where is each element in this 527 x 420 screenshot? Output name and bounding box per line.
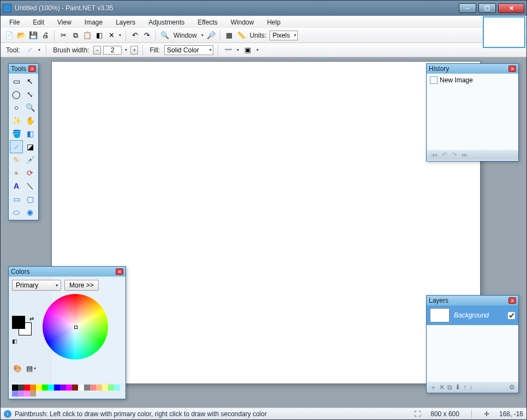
palette-swatch[interactable]: [30, 391, 36, 397]
cut-icon[interactable]: ✂: [58, 30, 69, 41]
palette-swatch[interactable]: [90, 385, 96, 391]
undo-icon[interactable]: ↶: [129, 30, 140, 41]
history-item[interactable]: New Image: [429, 76, 516, 85]
palette-swatch[interactable]: [96, 385, 102, 391]
swap-colors-icon[interactable]: ⇄: [29, 316, 34, 322]
history-redo-icon[interactable]: ↷: [452, 151, 457, 159]
reset-colors-icon[interactable]: ◧: [12, 338, 17, 344]
palette-swatch[interactable]: [102, 385, 108, 391]
maximize-button[interactable]: ☐: [478, 3, 496, 13]
brush-decrease-button[interactable]: −: [93, 46, 101, 55]
minimize-button[interactable]: ─: [459, 3, 476, 13]
menu-window[interactable]: Window: [225, 17, 260, 27]
grid-icon[interactable]: ▦: [224, 30, 235, 41]
brush-width-dropdown[interactable]: ▾: [124, 47, 128, 52]
palette-swatch[interactable]: [72, 385, 78, 391]
tools-panel-title[interactable]: Tools ✕: [9, 64, 38, 74]
zoom-tool[interactable]: 🔍: [23, 101, 37, 114]
palette-menu-icon[interactable]: ▤▾: [26, 363, 37, 374]
move-up-icon[interactable]: ↑: [463, 383, 466, 391]
active-tool-icon[interactable]: ⟋: [24, 45, 35, 56]
units-combo[interactable]: Pixels: [270, 31, 298, 40]
lasso-tool[interactable]: ◯: [10, 88, 23, 101]
tools-close-icon[interactable]: ✕: [28, 65, 36, 72]
palette-swatch[interactable]: [48, 385, 54, 391]
text-tool[interactable]: A: [10, 179, 23, 193]
layers-panel-title[interactable]: Layers ✕: [427, 296, 518, 305]
delete-layer-icon[interactable]: ✕: [439, 383, 445, 391]
palette-swatch[interactable]: [24, 385, 30, 391]
palette-swatch[interactable]: [24, 391, 30, 397]
color-selector-combo[interactable]: Primary: [12, 280, 61, 291]
palette-swatch[interactable]: [114, 385, 120, 391]
titlebar[interactable]: Untitled (100%) - Paint.NET v3.35 ─ ☐ ✕: [1, 1, 526, 16]
move-select-tool[interactable]: ↖: [23, 75, 37, 88]
new-icon[interactable]: 📄: [4, 30, 15, 41]
blend-dropdown[interactable]: ▾: [255, 47, 260, 52]
history-undo-icon[interactable]: ↶: [442, 151, 447, 159]
zoom-icon[interactable]: 🔍: [159, 30, 170, 41]
paste-icon[interactable]: 📋: [82, 30, 93, 41]
add-layer-icon[interactable]: ＋: [430, 383, 436, 392]
palette-swatch[interactable]: [60, 385, 66, 391]
redo-icon[interactable]: ↷: [141, 30, 152, 41]
wheel-cursor[interactable]: [74, 326, 77, 329]
primary-color[interactable]: [12, 316, 25, 329]
menu-view[interactable]: View: [52, 17, 77, 27]
history-panel-title[interactable]: History ✕: [427, 64, 518, 74]
save-icon[interactable]: 💾: [28, 30, 39, 41]
menu-adjustments[interactable]: Adjustments: [143, 17, 190, 27]
ellipse-select-tool[interactable]: ○: [10, 101, 23, 114]
palette-swatch[interactable]: [42, 385, 48, 391]
menu-image[interactable]: Image: [79, 17, 108, 27]
palette-swatch[interactable]: [66, 385, 72, 391]
colors-panel-title[interactable]: Colors ✕: [9, 267, 125, 277]
rounded-rect-tool[interactable]: ▢: [23, 193, 37, 206]
eraser-tool[interactable]: ◪: [23, 140, 37, 153]
crop-icon[interactable]: ◧: [94, 30, 105, 41]
palette-swatch[interactable]: [108, 385, 114, 391]
duplicate-layer-icon[interactable]: ⧉: [447, 383, 452, 391]
colors-close-icon[interactable]: ✕: [116, 268, 123, 275]
deselect-dropdown[interactable]: ▾: [118, 33, 122, 38]
paint-bucket-tool[interactable]: 🪣: [10, 127, 23, 140]
colors-panel[interactable]: Colors ✕ Primary More >> ⇄ ◧ 🎨: [8, 266, 126, 399]
palette-swatch[interactable]: [84, 385, 90, 391]
palette-swatch[interactable]: [18, 385, 24, 391]
line-tool[interactable]: ＼: [23, 179, 37, 193]
print-icon[interactable]: 🖨: [40, 30, 51, 41]
menu-edit[interactable]: Edit: [27, 17, 50, 27]
rect-select-tool[interactable]: ▭: [10, 75, 23, 88]
brush-increase-button[interactable]: +: [130, 46, 138, 55]
palette-swatch[interactable]: [78, 385, 84, 391]
zoom-dropdown[interactable]: ▾: [200, 33, 205, 38]
more-colors-button[interactable]: More >>: [64, 280, 99, 291]
layers-close-icon[interactable]: ✕: [508, 297, 516, 304]
layers-list[interactable]: Background: [427, 305, 518, 382]
layer-properties-icon[interactable]: ⚙: [509, 383, 515, 391]
menu-help[interactable]: Help: [261, 17, 286, 27]
palette-swatch[interactable]: [54, 385, 60, 391]
ruler-icon[interactable]: 📏: [236, 30, 247, 41]
recolor-tool[interactable]: ⟳: [23, 166, 37, 179]
freeform-tool[interactable]: ◉: [23, 206, 37, 219]
history-close-icon[interactable]: ✕: [508, 65, 516, 72]
layers-panel[interactable]: Layers ✕ Background ＋ ✕ ⧉ ⬇ ↑ ↓ ⚙: [426, 295, 519, 393]
color-swatches[interactable]: ⇄ ◧: [12, 316, 34, 338]
merge-down-icon[interactable]: ⬇: [455, 383, 460, 391]
zoom-window-label[interactable]: Window: [171, 32, 199, 39]
clone-stamp-tool[interactable]: ⌖: [10, 166, 23, 179]
magic-wand-tool[interactable]: ✨: [10, 114, 23, 127]
palette-swatch[interactable]: [18, 391, 24, 397]
paintbrush-tool[interactable]: ⟋: [10, 140, 23, 153]
antialias-icon[interactable]: 〰: [223, 45, 233, 56]
open-icon[interactable]: 📂: [16, 30, 27, 41]
history-list[interactable]: New Image: [427, 74, 518, 150]
pan-tool[interactable]: ✋: [23, 114, 37, 127]
add-color-icon[interactable]: 🎨: [12, 363, 23, 374]
zoom-actual-icon[interactable]: 🔎: [206, 30, 217, 41]
tools-panel[interactable]: Tools ✕ ▭ ↖ ◯ ⤡ ○ 🔍 ✨ ✋ 🪣 ◧ ⟋ ◪ ✎ 💉 ⌖ ⟳ …: [8, 63, 39, 220]
close-button[interactable]: ✕: [498, 3, 524, 13]
color-wheel[interactable]: [43, 294, 108, 359]
move-tool[interactable]: ⤡: [23, 88, 37, 101]
